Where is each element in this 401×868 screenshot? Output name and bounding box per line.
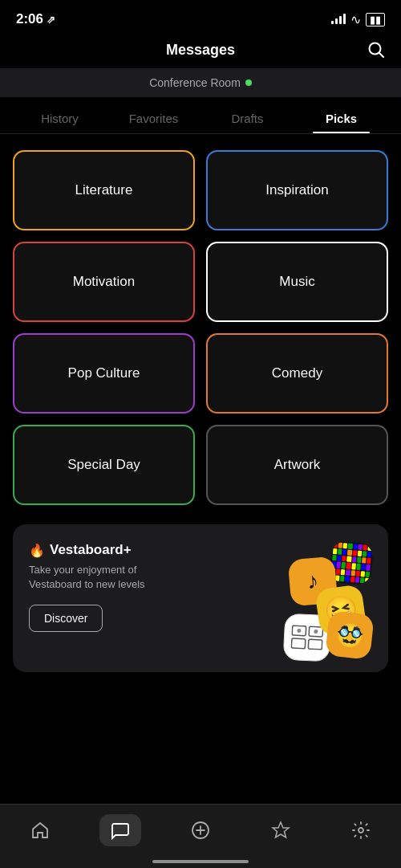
vestaboard-app-icons: ♪ 😆 [268, 542, 372, 654]
status-time: 2:06 ⇗ [16, 11, 55, 27]
vestaboard-icon [271, 821, 290, 840]
vestaboard-subtitle: Take your enjoyment of Vestaboard to new… [29, 563, 181, 592]
location-icon: ⇗ [47, 14, 55, 26]
svg-rect-4 [291, 638, 306, 649]
categories-grid: Literature Inspiration Motivation Music … [0, 134, 401, 521]
svg-point-7 [314, 630, 318, 634]
tab-drafts[interactable]: Drafts [200, 100, 294, 133]
category-pop-culture[interactable]: Pop Culture [13, 333, 195, 414]
svg-point-11 [358, 828, 363, 833]
category-label: Comedy [272, 365, 322, 381]
bottom-nav [0, 804, 401, 868]
app-icon-mustache: 🥸 [325, 610, 375, 660]
category-label: Artwork [274, 457, 321, 473]
tab-favorites[interactable]: Favorites [107, 100, 200, 133]
search-button[interactable] [367, 41, 385, 63]
time-display: 2:06 [16, 11, 43, 27]
home-icon [30, 821, 50, 840]
tab-history[interactable]: History [13, 100, 107, 133]
conference-room-label: Conference Room [149, 76, 241, 89]
tab-bar: History Favorites Drafts Picks [0, 100, 401, 134]
battery-icon: ▮▮ [366, 13, 385, 26]
wifi-icon: ∿ [350, 12, 361, 27]
category-artwork[interactable]: Artwork [206, 425, 388, 505]
category-inspiration[interactable]: Inspiration [206, 150, 388, 230]
nav-messages[interactable] [99, 814, 141, 846]
nav-vestaboard[interactable] [260, 816, 302, 845]
category-label: Motivation [73, 274, 135, 290]
vestaboard-title-text: Vestaboard+ [50, 542, 132, 558]
category-comedy[interactable]: Comedy [206, 333, 388, 414]
header: Messages [0, 35, 401, 68]
tab-picks[interactable]: Picks [294, 100, 388, 133]
category-label: Literature [75, 182, 133, 198]
status-icons: ∿ ▮▮ [331, 12, 385, 27]
category-label: Inspiration [265, 182, 328, 198]
header-title: Messages [166, 42, 235, 59]
category-label: Pop Culture [68, 365, 140, 381]
svg-rect-5 [308, 639, 322, 650]
signal-bars-icon [331, 14, 346, 24]
search-icon [367, 41, 385, 59]
category-literature[interactable]: Literature [13, 150, 195, 230]
category-label: Music [279, 274, 314, 290]
flame-icon: 🔥 [29, 543, 45, 558]
board-grid-icon [290, 625, 324, 650]
add-icon [191, 821, 210, 840]
nav-add[interactable] [180, 816, 221, 845]
svg-line-1 [379, 52, 384, 57]
conference-bar: Conference Room [0, 68, 401, 97]
category-special-day[interactable]: Special Day [13, 425, 195, 505]
category-motivation[interactable]: Motivation [13, 242, 195, 322]
nav-home[interactable] [19, 816, 61, 845]
category-music[interactable]: Music [206, 242, 388, 322]
vestaboard-title: 🔥 Vestaboard+ [29, 542, 268, 558]
vestaboard-plus-card: 🔥 Vestaboard+ Take your enjoyment of Ves… [13, 524, 388, 672]
nav-settings[interactable] [340, 816, 382, 845]
status-bar: 2:06 ⇗ ∿ ▮▮ [0, 0, 401, 35]
svg-point-6 [297, 629, 301, 633]
messages-icon [111, 821, 130, 840]
discover-button[interactable]: Discover [29, 605, 103, 632]
category-label: Special Day [67, 457, 140, 473]
conference-status-dot [245, 79, 252, 86]
home-indicator [152, 860, 249, 863]
settings-icon [351, 821, 371, 840]
vestaboard-left-content: 🔥 Vestaboard+ Take your enjoyment of Ves… [29, 542, 268, 632]
